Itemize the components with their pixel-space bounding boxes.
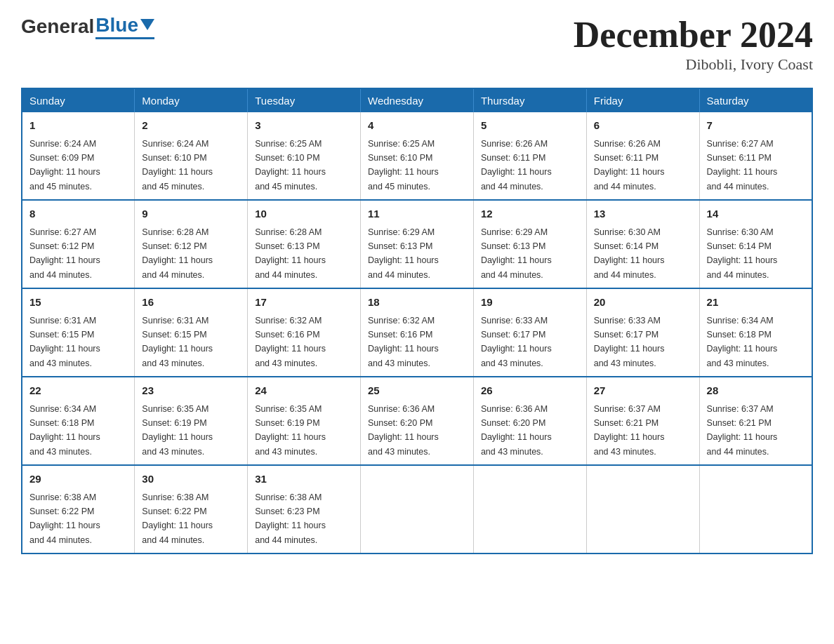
calendar-cell: 10 Sunrise: 6:28 AMSunset: 6:13 PMDaylig… [248,200,361,288]
calendar-cell: 26 Sunrise: 6:36 AMSunset: 6:20 PMDaylig… [473,377,586,465]
calendar-week-row: 22 Sunrise: 6:34 AMSunset: 6:18 PMDaylig… [22,377,812,465]
location-subtitle: Dibobli, Ivory Coast [574,55,813,74]
calendar-cell: 2 Sunrise: 6:24 AMSunset: 6:10 PMDayligh… [135,112,248,200]
day-info: Sunrise: 6:36 AMSunset: 6:20 PMDaylight:… [368,404,439,457]
day-number: 22 [29,383,127,399]
day-number: 20 [594,295,692,311]
day-number: 2 [142,118,240,134]
day-number: 18 [368,295,466,311]
calendar-cell: 18 Sunrise: 6:32 AMSunset: 6:16 PMDaylig… [361,288,474,377]
column-header-wednesday: Wednesday [361,88,474,112]
day-number: 12 [481,206,579,222]
day-number: 23 [142,383,240,399]
calendar-cell: 16 Sunrise: 6:31 AMSunset: 6:15 PMDaylig… [135,288,248,377]
calendar-cell: 17 Sunrise: 6:32 AMSunset: 6:16 PMDaylig… [248,288,361,377]
day-info: Sunrise: 6:29 AMSunset: 6:13 PMDaylight:… [368,227,439,280]
month-title: December 2024 [574,14,813,55]
day-number: 15 [29,295,127,311]
calendar-cell: 20 Sunrise: 6:33 AMSunset: 6:17 PMDaylig… [586,288,699,377]
day-number: 3 [255,118,353,134]
calendar-cell: 9 Sunrise: 6:28 AMSunset: 6:12 PMDayligh… [135,200,248,288]
calendar-header-row: SundayMondayTuesdayWednesdayThursdayFrid… [22,88,812,112]
page-header: General Blue December 2024 Dibobli, Ivor… [21,14,813,74]
day-number: 27 [594,383,692,399]
logo: General Blue [21,14,154,39]
day-number: 6 [594,118,692,134]
day-info: Sunrise: 6:27 AMSunset: 6:11 PMDaylight:… [707,139,778,192]
calendar-week-row: 29 Sunrise: 6:38 AMSunset: 6:22 PMDaylig… [22,465,812,554]
calendar-cell [473,465,586,554]
logo-blue-text: Blue [95,14,138,36]
day-info: Sunrise: 6:31 AMSunset: 6:15 PMDaylight:… [29,316,100,368]
day-number: 29 [29,471,127,488]
day-info: Sunrise: 6:30 AMSunset: 6:14 PMDaylight:… [707,227,778,280]
day-info: Sunrise: 6:30 AMSunset: 6:14 PMDaylight:… [594,227,665,280]
calendar-week-row: 8 Sunrise: 6:27 AMSunset: 6:12 PMDayligh… [22,200,812,288]
day-number: 26 [481,383,579,399]
day-number: 4 [368,118,466,134]
calendar-cell: 1 Sunrise: 6:24 AMSunset: 6:09 PMDayligh… [22,112,135,200]
calendar-cell: 24 Sunrise: 6:35 AMSunset: 6:19 PMDaylig… [248,377,361,465]
day-info: Sunrise: 6:31 AMSunset: 6:15 PMDaylight:… [142,316,213,368]
calendar-cell [361,465,474,554]
calendar-cell: 14 Sunrise: 6:30 AMSunset: 6:14 PMDaylig… [699,200,812,288]
calendar-title-area: December 2024 Dibobli, Ivory Coast [574,14,813,74]
calendar-cell: 15 Sunrise: 6:31 AMSunset: 6:15 PMDaylig… [22,288,135,377]
day-info: Sunrise: 6:37 AMSunset: 6:21 PMDaylight:… [594,404,665,457]
day-info: Sunrise: 6:26 AMSunset: 6:11 PMDaylight:… [481,139,552,192]
calendar-cell: 28 Sunrise: 6:37 AMSunset: 6:21 PMDaylig… [699,377,812,465]
day-info: Sunrise: 6:25 AMSunset: 6:10 PMDaylight:… [255,139,326,192]
day-info: Sunrise: 6:32 AMSunset: 6:16 PMDaylight:… [255,316,326,368]
day-info: Sunrise: 6:25 AMSunset: 6:10 PMDaylight:… [368,139,439,192]
column-header-monday: Monday [135,88,248,112]
day-number: 10 [255,206,353,222]
calendar-cell: 23 Sunrise: 6:35 AMSunset: 6:19 PMDaylig… [135,377,248,465]
column-header-friday: Friday [586,88,699,112]
day-info: Sunrise: 6:33 AMSunset: 6:17 PMDaylight:… [594,316,665,368]
calendar-cell: 8 Sunrise: 6:27 AMSunset: 6:12 PMDayligh… [22,200,135,288]
column-header-saturday: Saturday [699,88,812,112]
day-info: Sunrise: 6:38 AMSunset: 6:22 PMDaylight:… [29,492,100,545]
column-header-thursday: Thursday [473,88,586,112]
day-info: Sunrise: 6:28 AMSunset: 6:12 PMDaylight:… [142,227,213,280]
day-info: Sunrise: 6:35 AMSunset: 6:19 PMDaylight:… [255,404,326,457]
day-number: 19 [481,295,579,311]
day-info: Sunrise: 6:36 AMSunset: 6:20 PMDaylight:… [481,404,552,457]
calendar-cell: 29 Sunrise: 6:38 AMSunset: 6:22 PMDaylig… [22,465,135,554]
calendar-cell: 4 Sunrise: 6:25 AMSunset: 6:10 PMDayligh… [361,112,474,200]
day-number: 30 [142,471,240,488]
day-number: 24 [255,383,353,399]
day-info: Sunrise: 6:27 AMSunset: 6:12 PMDaylight:… [29,227,100,280]
day-number: 13 [594,206,692,222]
calendar-week-row: 1 Sunrise: 6:24 AMSunset: 6:09 PMDayligh… [22,112,812,200]
day-info: Sunrise: 6:28 AMSunset: 6:13 PMDaylight:… [255,227,326,280]
day-info: Sunrise: 6:24 AMSunset: 6:09 PMDaylight:… [29,139,100,192]
calendar-cell: 30 Sunrise: 6:38 AMSunset: 6:22 PMDaylig… [135,465,248,554]
day-number: 14 [707,206,805,222]
calendar-cell: 13 Sunrise: 6:30 AMSunset: 6:14 PMDaylig… [586,200,699,288]
logo-underline [95,37,154,39]
day-number: 11 [368,206,466,222]
day-number: 28 [707,383,805,399]
logo-triangle-icon [140,19,154,30]
day-number: 8 [29,206,127,222]
day-number: 31 [255,471,353,488]
calendar-week-row: 15 Sunrise: 6:31 AMSunset: 6:15 PMDaylig… [22,288,812,377]
calendar-cell: 31 Sunrise: 6:38 AMSunset: 6:23 PMDaylig… [248,465,361,554]
calendar-cell [699,465,812,554]
day-info: Sunrise: 6:35 AMSunset: 6:19 PMDaylight:… [142,404,213,457]
calendar-cell: 11 Sunrise: 6:29 AMSunset: 6:13 PMDaylig… [361,200,474,288]
day-info: Sunrise: 6:34 AMSunset: 6:18 PMDaylight:… [29,404,100,457]
calendar-table: SundayMondayTuesdayWednesdayThursdayFrid… [21,88,813,554]
calendar-cell [586,465,699,554]
day-number: 5 [481,118,579,134]
calendar-cell: 7 Sunrise: 6:27 AMSunset: 6:11 PMDayligh… [699,112,812,200]
calendar-cell: 5 Sunrise: 6:26 AMSunset: 6:11 PMDayligh… [473,112,586,200]
column-header-tuesday: Tuesday [248,88,361,112]
calendar-cell: 19 Sunrise: 6:33 AMSunset: 6:17 PMDaylig… [473,288,586,377]
calendar-cell: 22 Sunrise: 6:34 AMSunset: 6:18 PMDaylig… [22,377,135,465]
column-header-sunday: Sunday [22,88,135,112]
calendar-cell: 12 Sunrise: 6:29 AMSunset: 6:13 PMDaylig… [473,200,586,288]
calendar-cell: 3 Sunrise: 6:25 AMSunset: 6:10 PMDayligh… [248,112,361,200]
day-number: 9 [142,206,240,222]
